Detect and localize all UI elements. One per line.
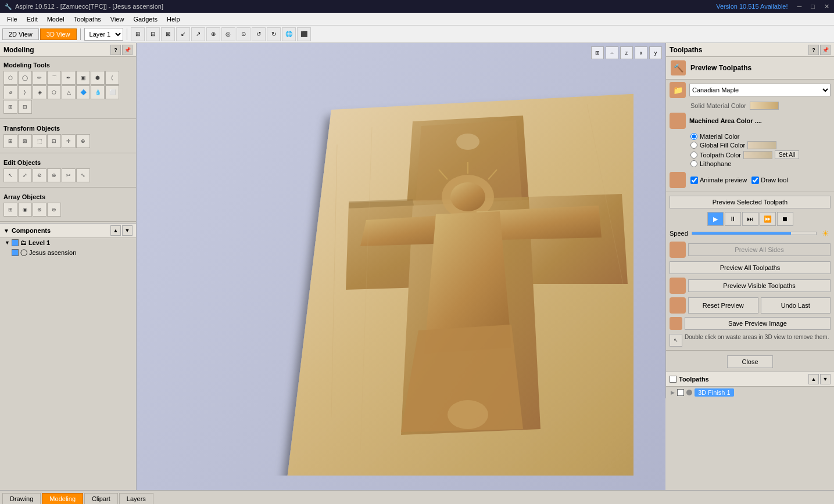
transform-5[interactable]: ✛ [62, 134, 76, 148]
tp-expand[interactable]: ▶ [671, 390, 675, 395]
help-icon[interactable]: ? [110, 45, 121, 55]
tool-5[interactable]: ✒ [62, 71, 76, 85]
transform-4[interactable]: ⊡ [47, 134, 61, 148]
toolbar-btn-1[interactable]: ⊞ [131, 27, 145, 41]
view-icon-3[interactable]: z [620, 46, 633, 59]
reset-preview-button[interactable]: Reset Preview [688, 297, 758, 314]
undo-last-button[interactable]: Undo Last [761, 297, 831, 314]
material-color-radio[interactable] [690, 133, 697, 140]
view-icon-5[interactable]: y [649, 46, 662, 59]
level1-expand[interactable]: ▼ [5, 240, 10, 246]
toolbar-btn-10[interactable]: ↻ [267, 27, 281, 41]
tool-13[interactable]: △ [62, 85, 76, 99]
tab-clipart[interactable]: Clipart [84, 493, 118, 504]
tool-12[interactable]: ⬠ [47, 85, 61, 99]
animate-preview-checkbox[interactable] [690, 177, 698, 184]
item-checkbox[interactable] [12, 249, 19, 256]
toolbar-btn-8[interactable]: ⊙ [237, 27, 250, 41]
view-icon-2[interactable]: ↔ [606, 46, 618, 59]
draw-tool-checkbox[interactable] [751, 177, 759, 184]
tool-14[interactable]: 🔷 [76, 85, 90, 99]
global-fill-color[interactable] [747, 141, 776, 149]
layer-select[interactable]: Layer 1 [84, 28, 123, 41]
preview-all-sides-button[interactable]: Preview All Sides [688, 243, 831, 256]
tp-item-checkbox[interactable] [677, 389, 684, 396]
toolbar-btn-6[interactable]: ⊕ [206, 27, 220, 41]
right-pin-icon[interactable]: 📌 [820, 45, 831, 55]
edit-1[interactable]: ↖ [3, 168, 17, 182]
view-icon-1[interactable]: ⊞ [591, 46, 604, 59]
tab-layers[interactable]: Layers [119, 493, 153, 504]
play-button[interactable]: ▶ [707, 212, 724, 226]
view-2d-button[interactable]: 2D View [2, 28, 39, 40]
level1-checkbox[interactable] [12, 239, 19, 246]
material-select[interactable]: Canadian Maple [689, 84, 831, 96]
menu-view[interactable]: View [106, 15, 129, 24]
toolbar-btn-2[interactable]: ⊟ [146, 27, 160, 41]
lithophane-radio[interactable] [690, 160, 697, 167]
toolbar-btn-11[interactable]: 🌐 [282, 27, 296, 41]
fast-forward-button[interactable]: ⏩ [760, 212, 776, 226]
edit-6[interactable]: ⤡ [76, 168, 90, 182]
edit-5[interactable]: ✂ [62, 168, 76, 182]
version-link[interactable]: Version 10.515 Available! [716, 3, 788, 10]
tool-2[interactable]: ◯ [18, 71, 32, 85]
tool-6[interactable]: ▣ [76, 71, 90, 85]
transform-1[interactable]: ⊞ [3, 134, 17, 148]
tool-16[interactable]: ⬜ [105, 85, 119, 99]
toolbar-btn-9[interactable]: ↺ [252, 27, 266, 41]
menu-gadgets[interactable]: Gadgets [128, 15, 162, 24]
transform-2[interactable]: ⊠ [18, 134, 32, 148]
tp-down-arrow[interactable]: ▼ [820, 374, 831, 384]
stop-button[interactable]: ⏹ [777, 212, 793, 226]
array-4[interactable]: ⊜ [47, 203, 61, 217]
menu-edit[interactable]: Edit [22, 15, 42, 24]
tab-modeling[interactable]: Modeling [42, 493, 83, 504]
toolbar-btn-5[interactable]: ↗ [191, 27, 205, 41]
right-help-icon[interactable]: ? [808, 45, 819, 55]
close-button[interactable]: Close [727, 355, 772, 368]
menu-model[interactable]: Model [42, 15, 69, 24]
tab-drawing[interactable]: Drawing [2, 493, 41, 504]
toolpaths-checkbox[interactable] [670, 376, 676, 383]
comp-up-arrow[interactable]: ▲ [110, 225, 121, 236]
menu-file[interactable]: File [2, 15, 22, 24]
tool-1[interactable]: ⬡ [3, 71, 17, 85]
tool-8[interactable]: ⟨ [105, 71, 119, 85]
tool-10[interactable]: ⟩ [18, 85, 32, 99]
edit-2[interactable]: ⤢ [18, 168, 32, 182]
array-2[interactable]: ◉ [18, 203, 32, 217]
global-fill-radio[interactable] [690, 142, 697, 149]
toolbar-btn-3[interactable]: ⊠ [161, 27, 175, 41]
toolbar-btn-7[interactable]: ◎ [221, 27, 235, 41]
pin-icon[interactable]: 📌 [122, 45, 133, 55]
tool-3[interactable]: ✏ [33, 71, 46, 85]
animate-preview-label[interactable]: Animate preview [690, 177, 747, 184]
tool-15[interactable]: 💧 [91, 85, 105, 99]
components-expand-icon[interactable]: ▼ [3, 228, 9, 234]
transform-3[interactable]: ⬚ [33, 134, 46, 148]
preview-all-toolpaths-button[interactable]: Preview All Toolpaths [670, 261, 831, 274]
view-icon-4[interactable]: x [635, 46, 647, 59]
tool-18[interactable]: ⊟ [18, 100, 32, 114]
speed-slider[interactable] [692, 232, 817, 235]
toolpath-color-swatch[interactable] [743, 151, 772, 159]
menu-toolpaths[interactable]: Toolpaths [69, 15, 106, 24]
view-3d-button[interactable]: 3D View [40, 28, 77, 40]
edit-3[interactable]: ⊚ [33, 168, 46, 182]
array-3[interactable]: ⊛ [33, 203, 46, 217]
preview-visible-button[interactable]: Preview Visible Toolpaths [688, 279, 831, 292]
save-preview-button[interactable]: Save Preview Image [685, 317, 831, 330]
tool-17[interactable]: ⊞ [3, 100, 17, 114]
solid-color-swatch[interactable] [750, 102, 779, 110]
set-all-button[interactable]: Set All [775, 150, 799, 159]
tool-9[interactable]: ⌀ [3, 85, 17, 99]
preview-selected-button[interactable]: Preview Selected Toolpath [670, 196, 831, 208]
tool-4[interactable]: ⌒ [47, 71, 61, 85]
draw-tool-label[interactable]: Draw tool [751, 177, 788, 184]
toolbar-btn-4[interactable]: ↙ [176, 27, 190, 41]
close-window-button[interactable]: ✕ [824, 3, 829, 10]
3d-view[interactable]: ⊞ ↔ z x y [137, 43, 665, 490]
comp-down-arrow[interactable]: ▼ [122, 225, 133, 236]
tool-7[interactable]: ⬢ [91, 71, 105, 85]
